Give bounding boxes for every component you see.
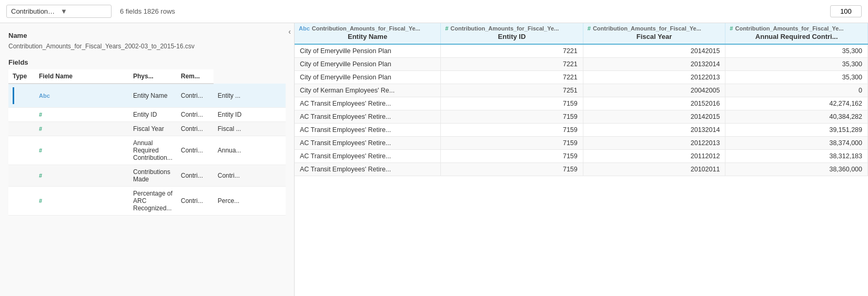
col-header-type: Type bbox=[8, 69, 35, 84]
grid-cell-5-0: AC Transit Employees' Retire... bbox=[295, 110, 441, 124]
field-name: Contributions Made bbox=[129, 165, 177, 187]
grid-cell-3-3: 0 bbox=[725, 84, 868, 97]
grid-data-row: City of Emeryville Pension Plan722120122… bbox=[295, 71, 868, 84]
field-phys: Contri... bbox=[177, 165, 214, 187]
field-name: Entity ID bbox=[129, 108, 177, 122]
field-type: Abc bbox=[35, 84, 129, 108]
grid-cell-2-3: 35,300 bbox=[725, 71, 868, 84]
grid-cell-3-1: 7251 bbox=[441, 84, 583, 97]
name-section-label: Name bbox=[8, 32, 286, 39]
type-icon: Abc bbox=[39, 93, 50, 99]
grid-cell-4-0: AC Transit Employees' Retire... bbox=[295, 97, 441, 110]
grid-data-row: City of Kerman Employees' Re...725120042… bbox=[295, 84, 868, 97]
grid-cell-5-3: 40,384,282 bbox=[725, 110, 868, 124]
col-type-icon: # bbox=[730, 25, 733, 32]
grid-cell-3-2: 20042005 bbox=[583, 84, 725, 97]
grid-cell-0-1: 7221 bbox=[441, 44, 583, 58]
grid-cell-4-3: 42,274,162 bbox=[725, 97, 868, 110]
col-type-icon: # bbox=[588, 25, 591, 32]
collapse-button[interactable]: ‹ bbox=[288, 27, 291, 36]
field-phys: Contri... bbox=[177, 84, 214, 108]
field-name: Percentage of ARC Recognized... bbox=[129, 187, 177, 216]
field-rem: Annua... bbox=[214, 136, 286, 165]
col-header-phys: Phys... bbox=[129, 69, 177, 84]
type-icon: # bbox=[39, 111, 42, 118]
grid-cell-4-2: 20152016 bbox=[583, 97, 725, 110]
grid-data-row: AC Transit Employees' Retire...715920142… bbox=[295, 110, 868, 124]
field-type: # bbox=[35, 122, 129, 136]
left-panel: ‹ Name Contribution_Amounts_for_Fiscal_Y… bbox=[0, 23, 295, 296]
field-rem: Entity ... bbox=[214, 84, 286, 108]
datasource-dropdown[interactable]: Contribution_Amounts_for... ▼ bbox=[6, 5, 112, 18]
grid-cell-9-2: 20102011 bbox=[583, 163, 725, 176]
grid-cell-2-1: 7221 bbox=[441, 71, 583, 84]
col-source: Contribution_Amounts_for_Fiscal_Ye... bbox=[735, 25, 843, 32]
col-source: Contribution_Amounts_for_Fiscal_Ye... bbox=[593, 25, 701, 32]
datasource-label: Contribution_Amounts_for... bbox=[11, 7, 57, 15]
fields-table-row[interactable]: #Contributions MadeContri...Contri... bbox=[8, 165, 286, 187]
grid-cell-6-1: 7159 bbox=[441, 124, 583, 137]
grid-data-row: AC Transit Employees' Retire...715920122… bbox=[295, 137, 868, 150]
left-panel-content: Name Contribution_Amounts_for_Fiscal_Yea… bbox=[0, 23, 294, 216]
row-indicator-cell bbox=[8, 122, 35, 136]
col-name: Entity ID bbox=[445, 33, 579, 40]
field-rem: Entity ID bbox=[214, 108, 286, 122]
grid-cell-3-0: City of Kerman Employees' Re... bbox=[295, 84, 441, 97]
row-indicator-cell bbox=[8, 165, 35, 187]
grid-cell-7-3: 38,374,000 bbox=[725, 137, 868, 150]
col-type-icon: Abc bbox=[299, 25, 310, 32]
grid-cell-9-1: 7159 bbox=[441, 163, 583, 176]
field-rem: Contri... bbox=[214, 165, 286, 187]
top-bar: Contribution_Amounts_for... ▼ 6 fields 1… bbox=[0, 0, 868, 23]
fields-table-row[interactable]: #Annual Required Contribution...Contri..… bbox=[8, 136, 286, 165]
grid-col-header-3[interactable]: # Contribution_Amounts_for_Fiscal_Ye... … bbox=[725, 23, 868, 44]
grid-cell-7-1: 7159 bbox=[441, 137, 583, 150]
col-name: Fiscal Year bbox=[588, 33, 721, 40]
row-count-input[interactable] bbox=[830, 5, 862, 17]
grid-cell-1-0: City of Emeryville Pension Plan bbox=[295, 58, 441, 71]
fields-table-row[interactable]: #Fiscal YearContri...Fiscal ... bbox=[8, 122, 286, 136]
grid-data-row: AC Transit Employees' Retire...715920112… bbox=[295, 150, 868, 163]
chevron-down-icon: ▼ bbox=[60, 7, 107, 15]
field-name: Entity Name bbox=[129, 84, 177, 108]
row-indicator-cell bbox=[8, 84, 35, 108]
col-name: Annual Required Contri... bbox=[730, 33, 863, 40]
grid-col-header-2[interactable]: # Contribution_Amounts_for_Fiscal_Ye... … bbox=[583, 23, 725, 44]
grid-cell-6-0: AC Transit Employees' Retire... bbox=[295, 124, 441, 137]
fields-table-row[interactable]: AbcEntity NameContri...Entity ... bbox=[8, 84, 286, 108]
grid-cell-0-2: 20142015 bbox=[583, 44, 725, 58]
right-panel: Abc Contribution_Amounts_for_Fiscal_Ye..… bbox=[295, 23, 868, 296]
grid-cell-0-0: City of Emeryville Pension Plan bbox=[295, 44, 441, 58]
field-type: # bbox=[35, 136, 129, 165]
datasource-name-value: Contribution_Amounts_for_Fiscal_Years_20… bbox=[8, 43, 286, 50]
field-name: Fiscal Year bbox=[129, 122, 177, 136]
grid-cell-7-2: 20122013 bbox=[583, 137, 725, 150]
grid-cell-5-1: 7159 bbox=[441, 110, 583, 124]
fields-table-row[interactable]: #Percentage of ARC Recognized...Contri..… bbox=[8, 187, 286, 216]
col-source: Contribution_Amounts_for_Fiscal_Ye... bbox=[450, 25, 559, 32]
col-header-rem: Rem... bbox=[177, 69, 214, 84]
type-icon: # bbox=[39, 172, 42, 179]
grid-col-header-1[interactable]: # Contribution_Amounts_for_Fiscal_Ye... … bbox=[441, 23, 583, 44]
grid-cell-8-3: 38,312,183 bbox=[725, 150, 868, 163]
grid-data-row: AC Transit Employees' Retire...715920132… bbox=[295, 124, 868, 137]
type-icon: # bbox=[39, 126, 42, 132]
fields-rows-info: 6 fields 1826 rows bbox=[120, 7, 175, 15]
grid-col-header-0[interactable]: Abc Contribution_Amounts_for_Fiscal_Ye..… bbox=[295, 23, 441, 44]
fields-section-label: Fields bbox=[8, 58, 286, 66]
fields-table-header: Type Field Name Phys... Rem... bbox=[8, 69, 286, 84]
grid-cell-4-1: 7159 bbox=[441, 97, 583, 110]
grid-header-row: Abc Contribution_Amounts_for_Fiscal_Ye..… bbox=[295, 23, 868, 44]
fields-section: Fields Type Field Name Phys... Rem... Ab… bbox=[8, 58, 286, 216]
grid-cell-1-1: 7221 bbox=[441, 58, 583, 71]
field-name: Annual Required Contribution... bbox=[129, 136, 177, 165]
fields-table: Type Field Name Phys... Rem... AbcEntity… bbox=[8, 69, 286, 216]
field-phys: Contri... bbox=[177, 187, 214, 216]
field-rem: Perce... bbox=[214, 187, 286, 216]
field-type: # bbox=[35, 108, 129, 122]
field-rem: Fiscal ... bbox=[214, 122, 286, 136]
grid-cell-2-0: City of Emeryville Pension Plan bbox=[295, 71, 441, 84]
grid-cell-6-3: 39,151,289 bbox=[725, 124, 868, 137]
grid-data-row: City of Emeryville Pension Plan722120142… bbox=[295, 44, 868, 58]
fields-table-row[interactable]: #Entity IDContri...Entity ID bbox=[8, 108, 286, 122]
